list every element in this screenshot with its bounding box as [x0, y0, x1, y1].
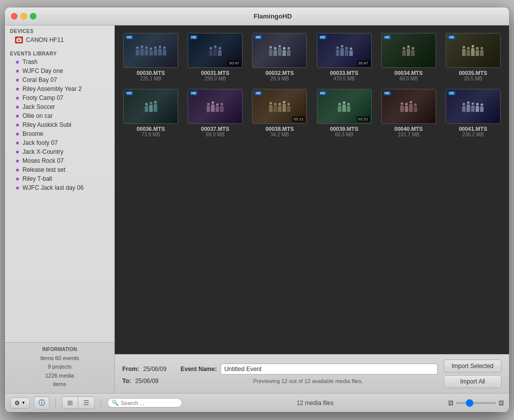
media-item-00032[interactable]: HD 00032.MTS 29.9 MB	[251, 33, 308, 81]
media-thumb-00034[interactable]: HD	[381, 33, 436, 68]
info-panel: Information Items 60 events 9 projects 1…	[5, 342, 114, 393]
zoom-slider[interactable]	[456, 402, 496, 404]
zoom-in-icon: 🖼	[499, 400, 504, 406]
media-thumb-00041[interactable]: HD	[446, 89, 501, 124]
media-filesize-00032: 29.9 MB	[270, 76, 289, 81]
media-item-00030[interactable]: HD 00030.MTS 235.1 MB	[122, 33, 179, 81]
media-thumb-00036[interactable]: HD	[123, 89, 178, 124]
sidebar-item-riley-tball[interactable]: ★ Riley T-ball	[5, 174, 114, 183]
info-text: Items 60 events 9 projects 1226 media it…	[10, 354, 109, 389]
media-grid[interactable]: HD 00030.MTS 235.1 MB	[115, 25, 509, 354]
sidebar-item-ollie[interactable]: ★ Ollie on car	[5, 111, 114, 120]
media-filename-00039: 00039.MTS	[330, 126, 358, 132]
media-item-00038[interactable]: HD 02:11 00038.MTS 34.2 MB	[251, 89, 308, 137]
main-window: FlamingoHD DEVICES CANON HF11	[5, 7, 509, 412]
sidebar-item-canon[interactable]: CANON HF11	[5, 35, 114, 45]
media-filesize-00039: 60.3 MB	[335, 132, 353, 137]
import-buttons: Import Selected Import All	[444, 360, 502, 388]
sidebar-item-moses-rock[interactable]: ★ Moses Rock 07	[5, 156, 114, 165]
sidebar-item-trash[interactable]: ★ Trash	[5, 57, 114, 66]
media-item-00035[interactable]: HD 00035.MTS 20.5 MB	[445, 33, 502, 81]
media-item-00031[interactable]: HD 00:47 00031.MTS 299.0 MB	[187, 33, 244, 81]
media-thumb-00030[interactable]: HD	[123, 33, 178, 68]
media-area: HD 00030.MTS 235.1 MB	[115, 25, 509, 393]
sidebar-item-jack-xcountry[interactable]: ★ Jack X-Country	[5, 147, 114, 156]
event-name-input[interactable]	[221, 364, 438, 375]
media-item-00034[interactable]: HD 00034.MTS 48.0 MB	[380, 33, 437, 81]
sidebar-item-riley-auskick[interactable]: ★ Riley Auskick Subi	[5, 120, 114, 129]
import-selected-button[interactable]: Import Selected	[444, 360, 502, 373]
media-thumb-00039[interactable]: HD 02:21	[317, 89, 372, 124]
gear-icon: ⚙	[14, 400, 20, 407]
preview-info: Previewing 12 out of 12 available media …	[178, 378, 437, 384]
sidebar-item-riley-assembly[interactable]: ★ Riley Assembly Year 2	[5, 84, 114, 93]
star-icon: ★	[15, 95, 20, 101]
media-item-00036[interactable]: HD 00036.MTS 73.9 MB	[122, 89, 179, 137]
sidebar-item-broome[interactable]: ★ Broome	[5, 129, 114, 138]
devices-section-header: DEVICES	[5, 25, 114, 35]
media-thumb-00033[interactable]: HD 20:47	[317, 33, 372, 68]
media-filesize-00036: 73.9 MB	[141, 132, 160, 137]
star-icon: ★	[15, 185, 20, 191]
media-thumb-00040[interactable]: HD	[381, 89, 436, 124]
media-filename-00033: 00033.MTS	[330, 70, 358, 76]
sidebar-item-footy-camp[interactable]: ★ Footy Camp 07	[5, 93, 114, 102]
event-name-label: Event Name:	[181, 366, 217, 373]
sidebar-item-wjfc[interactable]: ★ WJFC Day one	[5, 66, 114, 75]
media-item-00040[interactable]: HD 00040.MTS 101.7 MB	[380, 89, 437, 137]
info-button[interactable]: ⓘ	[34, 397, 49, 410]
media-thumb-00031[interactable]: HD 00:47	[188, 33, 243, 68]
media-item-00033[interactable]: HD 20:47 00033.MTS 470.5 MB	[315, 33, 372, 81]
list-view-button[interactable]: ☰	[78, 397, 94, 409]
from-value: 25/06/09	[143, 366, 167, 373]
info-panel-title: Information	[10, 347, 109, 352]
media-filename-00032: 00032.MTS	[265, 70, 294, 76]
sidebar-item-jack-soccer[interactable]: ★ Jack Soccer	[5, 102, 114, 111]
star-icon: ★	[15, 149, 20, 155]
star-icon: ★	[15, 104, 20, 110]
search-input[interactable]	[121, 400, 181, 406]
star-icon: ★	[15, 176, 20, 182]
media-filename-00036: 00036.MTS	[137, 126, 165, 132]
star-icon: ★	[15, 167, 20, 173]
media-thumb-00032[interactable]: HD	[252, 33, 307, 68]
from-label: From:	[122, 366, 139, 373]
media-filename-00034: 00034.MTS	[394, 70, 423, 76]
media-item-00037[interactable]: HD 00037.MTS 98.9 MB	[187, 89, 244, 137]
media-filename-00038: 00038.MTS	[265, 126, 294, 132]
media-item-00039[interactable]: HD 02:21 00039.MTS 60.3 MB	[315, 89, 372, 137]
media-thumb-00035[interactable]: HD	[446, 33, 501, 68]
media-filename-00037: 00037.MTS	[201, 126, 230, 132]
info-line2: 9 projects	[48, 364, 72, 370]
sidebar-item-release[interactable]: ★ Release test set	[5, 165, 114, 174]
title-bar: FlamingoHD	[5, 7, 509, 25]
media-filesize-00031: 299.0 MB	[205, 76, 226, 81]
media-thumb-00038[interactable]: HD 02:11	[252, 89, 307, 124]
view-toggle-group: ⊞ ☰	[62, 397, 95, 409]
media-item-00041[interactable]: HD 00041.MTS 230.2 MB	[445, 89, 502, 137]
to-row: To: 25/06/09 Previewing 12 out of 12 ava…	[122, 378, 438, 385]
media-filename-00035: 00035.MTS	[459, 70, 487, 76]
bottom-toolbar: ⚙ ▼ ⓘ ⊞ ☰ 🔍 12 media files 🖼 🖼	[5, 393, 509, 412]
to-label: To:	[122, 378, 131, 385]
star-icon: ★	[15, 122, 20, 128]
maximize-button[interactable]	[30, 13, 36, 19]
close-button[interactable]	[11, 13, 17, 19]
media-filesize-00040: 101.7 MB	[398, 132, 419, 137]
import-all-button[interactable]: Import All	[444, 375, 502, 388]
search-bar[interactable]: 🔍	[107, 398, 182, 408]
sidebar-item-jack-footy[interactable]: ★ Jack footy 07	[5, 138, 114, 147]
media-filesize-00041: 230.2 MB	[463, 132, 484, 137]
sidebar-item-wjfc-last[interactable]: ★ WJFC Jack last day 06	[5, 183, 114, 192]
gear-button[interactable]: ⚙ ▼	[10, 398, 30, 409]
from-row: From: 25/06/09 Event Name:	[122, 364, 438, 375]
star-icon: ★	[15, 59, 20, 65]
minimize-button[interactable]	[20, 13, 27, 19]
sidebar-item-coralbay[interactable]: ★ Coral Bay 07	[5, 75, 114, 84]
media-filename-00030: 00030.MTS	[137, 70, 165, 76]
to-value: 25/06/09	[135, 378, 159, 385]
grid-view-button[interactable]: ⊞	[62, 397, 78, 409]
toolbar-divider-1	[55, 398, 56, 408]
sidebar-scroll[interactable]: DEVICES CANON HF11 EVENTS LIBRARY	[5, 25, 114, 342]
media-thumb-00037[interactable]: HD	[188, 89, 243, 124]
